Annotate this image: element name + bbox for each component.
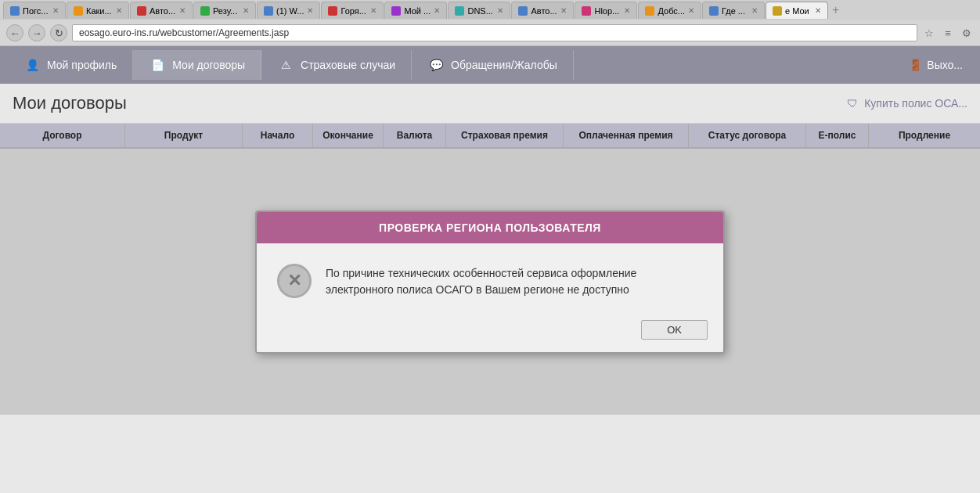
tab-label-8: DNS... <box>467 6 492 16</box>
th-okonchanie: Окончание <box>313 124 384 147</box>
forward-button[interactable]: → <box>28 24 45 41</box>
th-nachalo: Начало <box>243 124 313 147</box>
th-epolis: Е-полис <box>806 124 869 147</box>
nav-label-contracts: Мои договоры <box>172 59 245 71</box>
logout-icon: 🚪 <box>909 59 922 71</box>
tab-12[interactable]: Где ... ✕ <box>702 2 765 19</box>
logout-label: Выхо... <box>927 59 963 71</box>
th-status-dogovora: Статус договора <box>689 124 806 147</box>
insurance-cases-icon: ⚠ <box>277 56 294 74</box>
modal-title: ПРОВЕРКА РЕГИОНА ПОЛЬЗОВАТЕЛЯ <box>379 221 601 234</box>
refresh-button[interactable]: ↻ <box>50 24 67 41</box>
nav-label-insurance-cases: Страховые случаи <box>301 59 395 71</box>
nav-item-profile[interactable]: 👤 Мой профиль <box>8 50 133 80</box>
tab-1[interactable]: Погс... ✕ <box>3 2 66 19</box>
tab-bar: Погс... ✕ Каки... ✕ Авто... ✕ Резу... ✕ … <box>0 0 980 20</box>
modal-dialog: ПРОВЕРКА РЕГИОНА ПОЛЬЗОВАТЕЛЯ ✕ По причи… <box>255 211 725 354</box>
tab-close-7[interactable]: ✕ <box>434 6 440 15</box>
modal-ok-button[interactable]: OK <box>641 320 708 340</box>
tab-label-9: Авто... <box>531 6 557 16</box>
complaints-icon: 💬 <box>427 56 445 74</box>
tab-close-4[interactable]: ✕ <box>243 6 249 15</box>
tab-close-9[interactable]: ✕ <box>560 6 567 15</box>
tab-label-6: Горя... <box>340 6 366 16</box>
tab-favicon-5 <box>264 6 273 16</box>
tab-7[interactable]: Мой ... ✕ <box>384 2 447 19</box>
address-icons: ☆ ≡ ⚙ <box>922 26 974 40</box>
table-header: Договор Продукт Начало Окончание Валюта … <box>0 124 980 149</box>
tab-2[interactable]: Каки... ✕ <box>67 2 129 19</box>
reader-icon[interactable]: ≡ <box>941 26 955 40</box>
nav-label-complaints: Обращения/Жалобы <box>451 59 557 71</box>
modal-body: ✕ По причине технических особенностей се… <box>257 243 723 312</box>
tab-13-active[interactable]: е Мои ✕ <box>766 2 828 19</box>
tab-label-4: Резу... <box>213 6 237 16</box>
page-title: Мои договоры <box>13 93 127 113</box>
tab-favicon-10 <box>582 6 591 16</box>
modal-footer: OK <box>257 312 723 352</box>
tab-close-3[interactable]: ✕ <box>179 6 186 15</box>
tab-label-3: Авто... <box>150 6 175 16</box>
tab-close-6[interactable]: ✕ <box>370 6 377 15</box>
tab-close-13[interactable]: ✕ <box>815 6 821 15</box>
bookmark-icon[interactable]: ☆ <box>922 26 936 40</box>
tab-favicon-12 <box>709 6 719 16</box>
tab-close-12[interactable]: ✕ <box>751 6 758 15</box>
tab-favicon-3 <box>137 6 146 16</box>
tab-favicon-2 <box>74 6 83 16</box>
tab-6[interactable]: Горя... ✕ <box>321 2 384 19</box>
tab-4[interactable]: Резу... ✕ <box>193 2 256 19</box>
tab-11[interactable]: Добс... ✕ <box>638 2 701 19</box>
modal-message: По причине технических особенностей серв… <box>326 262 704 298</box>
address-input[interactable]: eosago.euro-ins.ru/webcustomer/Agreement… <box>72 24 917 41</box>
th-strakh-premiya: Страховая премия <box>446 124 564 147</box>
back-button[interactable]: ← <box>6 24 23 41</box>
th-produkt: Продукт <box>125 124 243 147</box>
profile-icon: 👤 <box>23 56 41 74</box>
navigation-bar: 👤 Мой профиль 📄 Мои договоры ⚠ Страховые… <box>0 46 980 84</box>
tab-close-2[interactable]: ✕ <box>116 6 122 15</box>
th-dogovor: Договор <box>0 124 125 147</box>
tab-close-11[interactable]: ✕ <box>688 6 694 15</box>
tab-favicon-4 <box>200 6 210 16</box>
contracts-icon: 📄 <box>149 56 166 74</box>
tab-5[interactable]: (1) W... ✕ <box>257 2 320 19</box>
settings-icon[interactable]: ⚙ <box>960 26 974 40</box>
new-tab-button[interactable]: + <box>832 3 839 17</box>
tab-close-5[interactable]: ✕ <box>307 6 313 15</box>
tab-close-1[interactable]: ✕ <box>52 6 59 15</box>
th-oplachenaya-premiya: Оплаченная премия <box>564 124 689 147</box>
modal-header: ПРОВЕРКА РЕГИОНА ПОЛЬЗОВАТЕЛЯ <box>257 212 723 243</box>
tab-label-12: Где ... <box>722 6 745 16</box>
tab-label-13: е Мои <box>785 6 809 16</box>
tab-favicon-11 <box>645 6 654 16</box>
tab-close-10[interactable]: ✕ <box>624 6 630 15</box>
buy-policy-icon: 🛡 <box>847 97 858 110</box>
tab-label-10: Нlор... <box>594 6 619 16</box>
tab-3[interactable]: Авто... ✕ <box>130 2 193 19</box>
buy-policy-button[interactable]: 🛡 Купить полис ОСА... <box>847 97 967 110</box>
th-valyuta: Валюта <box>384 124 446 147</box>
tab-label-5: (1) W... <box>276 6 304 16</box>
tab-favicon-8 <box>455 6 464 16</box>
tab-close-8[interactable]: ✕ <box>497 6 503 15</box>
main-content: ПРОВЕРКА РЕГИОНА ПОЛЬЗОВАТЕЛЯ ✕ По причи… <box>0 149 980 415</box>
tab-10[interactable]: Нlор... ✕ <box>575 2 637 19</box>
th-prodlenie: Продление <box>869 124 980 147</box>
modal-overlay: ПРОВЕРКА РЕГИОНА ПОЛЬЗОВАТЕЛЯ ✕ По причи… <box>0 149 980 415</box>
tab-favicon-13 <box>773 6 782 16</box>
nav-label-profile: Мой профиль <box>47 59 117 71</box>
address-bar-row: ← → ↻ eosago.euro-ins.ru/webcustomer/Agr… <box>0 20 980 45</box>
tab-label-11: Добс... <box>658 6 685 16</box>
tab-favicon-1 <box>10 6 20 16</box>
nav-item-contracts[interactable]: 📄 Мои договоры <box>133 50 261 80</box>
tab-favicon-6 <box>328 6 337 16</box>
nav-item-insurance-cases[interactable]: ⚠ Страховые случаи <box>261 50 412 80</box>
tab-9[interactable]: Авто... ✕ <box>511 2 574 19</box>
address-text: eosago.euro-ins.ru/webcustomer/Agreement… <box>79 27 289 38</box>
logout-button[interactable]: 🚪 Выхо... <box>899 52 972 77</box>
browser-chrome: Погс... ✕ Каки... ✕ Авто... ✕ Резу... ✕ … <box>0 0 980 46</box>
nav-item-complaints[interactable]: 💬 Обращения/Жалобы <box>412 50 574 80</box>
tab-favicon-9 <box>518 6 528 16</box>
tab-8[interactable]: DNS... ✕ <box>448 2 510 19</box>
